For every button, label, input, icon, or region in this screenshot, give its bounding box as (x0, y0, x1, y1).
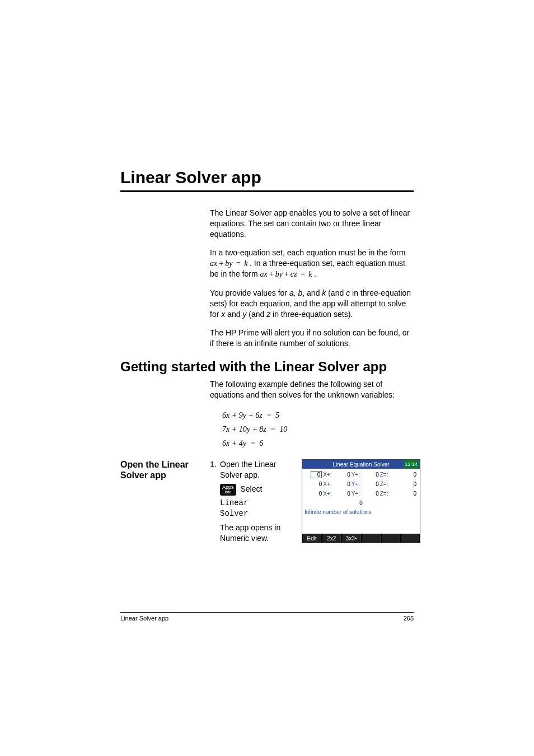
softkey-edit[interactable]: Edit (303, 534, 321, 543)
equation-1: 6x + 9y + 6z = 5 (222, 408, 414, 422)
step-after-text: The app opens in Numeric view. (220, 522, 299, 544)
softkey-blank-1[interactable] (362, 534, 381, 543)
section-title: Getting started with the Linear Solver a… (120, 359, 414, 375)
calc-cell-k2[interactable]: 0 (390, 481, 418, 487)
eq-term: ax (260, 270, 268, 278)
equation-3: 6x + 4y = 6 (222, 436, 414, 450)
calculator-screenshot: Linear Equation Solver 12:14 0X+: 0Y+: 0… (302, 459, 420, 543)
softkey-blank-2[interactable] (382, 534, 400, 543)
text: and (225, 310, 242, 319)
softkey-3x3[interactable]: 3x3• (342, 534, 360, 543)
calc-answer-value: 0 (359, 500, 363, 506)
calc-time: 12:14 (404, 460, 419, 469)
calc-title-bar: Linear Equation Solver 12:14 (302, 460, 420, 469)
calc-row-1: 0X+: 0Y+: 0Z=: 0 (305, 470, 418, 479)
softkey-2x2[interactable]: 2x2 (322, 534, 341, 543)
calc-cell-z1[interactable]: 0Z=: (361, 472, 390, 478)
calc-row-3: 0X+: 0Y+: 0Z=: 0 (305, 489, 418, 498)
calc-softkeys: Edit 2x2 3x3• (302, 534, 420, 543)
eq-term: ax (210, 259, 217, 268)
var: a, b (289, 288, 302, 297)
text: (and (246, 310, 266, 319)
calc-grid: 0X+: 0Y+: 0Z=: 0 0X+: 0Y+: 0Z=: 0 0X+: 0… (302, 469, 420, 508)
calc-status-text: Infinite number of solutions (302, 508, 420, 534)
step-number: 1. (210, 459, 220, 543)
page-footer: Linear Solver app 265 (120, 612, 414, 622)
section-intro: The following example defines the follow… (210, 379, 414, 400)
equation-2: 7x + 10y + 8z = 10 (222, 422, 414, 436)
footer-page-number: 265 (404, 615, 414, 622)
calc-cell-x3[interactable]: 0X+: (305, 491, 333, 497)
calc-cell-x2[interactable]: 0X+: (305, 481, 333, 487)
eq-term: cz (291, 270, 297, 278)
intro-paragraph-3: You provide values for a, b, and k (and … (210, 288, 414, 320)
text: In a two-equation set, each equation mus… (210, 248, 405, 257)
text: . (314, 269, 316, 278)
calc-answer-row: 0 (305, 498, 418, 508)
calc-cell-k3[interactable]: 0 (390, 491, 418, 497)
calc-cell-x1[interactable]: 0X+: (305, 471, 333, 478)
menu-item-solver: Solver (220, 508, 299, 519)
intro-paragraph-2: In a two-equation set, each equation mus… (210, 248, 414, 281)
eq-term: k (308, 270, 312, 278)
calc-cell-y2[interactable]: 0Y+: (333, 481, 362, 487)
calc-row-2: 0X+: 0Y+: 0Z=: 0 (305, 479, 418, 489)
chapter-rule (120, 190, 414, 192)
text: , and (302, 288, 322, 297)
eq-term: by (275, 270, 283, 278)
chapter-title: Linear Solver app (120, 168, 414, 187)
apps-key-icon: Apps Info (220, 484, 236, 496)
apps-key-top: Apps (222, 484, 234, 490)
eq-term: by (225, 259, 232, 268)
text: in three-equation sets). (270, 310, 353, 319)
calc-cell-y1[interactable]: 0Y+: (333, 472, 362, 478)
calc-cell-z3[interactable]: 0Z=: (361, 491, 390, 497)
step-text: Open the Linear Solver app. (220, 459, 299, 480)
eq-term: k (244, 259, 247, 268)
footer-left: Linear Solver app (120, 615, 168, 622)
text: (and (326, 288, 346, 297)
calc-cell-y3[interactable]: 0Y+: (333, 491, 362, 497)
text: You provide values for (210, 288, 289, 297)
intro-paragraph-4: The HP Prime will alert you if no soluti… (210, 328, 414, 349)
calc-title-text: Linear Equation Solver (332, 461, 389, 468)
step-select-label: Select (240, 484, 262, 493)
apps-key-bottom: Info (222, 490, 234, 494)
calc-cell-z2[interactable]: 0Z=: (361, 481, 390, 487)
intro-paragraph-1: The Linear Solver app enables you to sol… (210, 208, 414, 240)
softkey-blank-3[interactable] (401, 534, 419, 543)
side-heading-open-app: Open the Linear Solver app (120, 459, 204, 480)
equation-block: 6x + 9y + 6z = 5 7x + 10y + 8z = 10 6x +… (222, 408, 414, 451)
menu-item-linear: Linear (220, 498, 299, 508)
calc-cell-k1[interactable]: 0 (390, 472, 418, 478)
